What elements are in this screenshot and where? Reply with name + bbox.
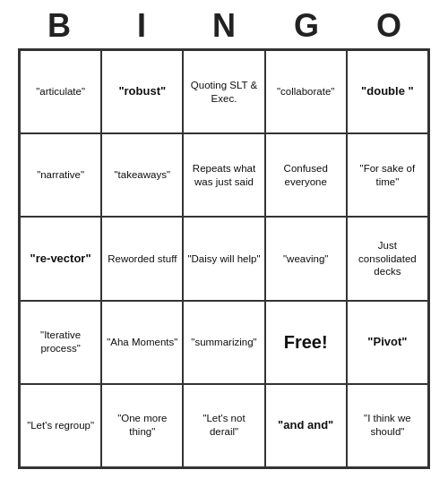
title-letter-o: O bbox=[353, 7, 425, 45]
title-letter-b: B bbox=[23, 7, 95, 45]
bingo-cell-15: "Iterative process" bbox=[20, 301, 101, 384]
bingo-cell-21: "One more thing" bbox=[101, 384, 183, 467]
bingo-cell-0: "articulate" bbox=[20, 50, 101, 133]
bingo-cell-13: "weaving" bbox=[265, 217, 347, 300]
bingo-cell-14: Just consolidated decks bbox=[347, 217, 428, 300]
bingo-cell-16: "Aha Moments" bbox=[101, 301, 183, 384]
bingo-cell-1: "robust" bbox=[101, 50, 183, 133]
bingo-cell-8: Confused everyone bbox=[265, 133, 347, 217]
bingo-cell-22: "Let's not derail" bbox=[183, 384, 264, 467]
title-letter-i: I bbox=[106, 7, 177, 45]
bingo-cell-5: "narrative" bbox=[20, 133, 101, 217]
bingo-cell-4: "double " bbox=[347, 50, 428, 133]
bingo-cell-3: "collaborate" bbox=[265, 50, 347, 133]
bingo-cell-23: "and and" bbox=[265, 384, 347, 467]
bingo-cell-7: Repeats what was just said bbox=[183, 133, 264, 217]
bingo-title: BINGO bbox=[18, 0, 430, 48]
bingo-cell-10: "re-vector" bbox=[20, 217, 101, 300]
title-letter-n: N bbox=[188, 7, 260, 45]
bingo-cell-24: "I think we should" bbox=[347, 384, 428, 467]
bingo-cell-18: Free! bbox=[265, 301, 347, 384]
bingo-grid: "articulate""robust"Quoting SLT & Exec."… bbox=[18, 48, 430, 469]
title-letter-g: G bbox=[271, 7, 342, 45]
bingo-cell-11: Reworded stuff bbox=[101, 217, 183, 300]
bingo-cell-6: "takeaways" bbox=[101, 133, 183, 217]
bingo-cell-2: Quoting SLT & Exec. bbox=[183, 50, 264, 133]
bingo-cell-12: "Daisy will help" bbox=[183, 217, 264, 300]
bingo-cell-17: "summarizing" bbox=[183, 301, 264, 384]
bingo-cell-9: "For sake of time" bbox=[347, 133, 428, 217]
bingo-cell-19: "Pivot" bbox=[347, 301, 428, 384]
bingo-cell-20: "Let's regroup" bbox=[20, 384, 101, 467]
